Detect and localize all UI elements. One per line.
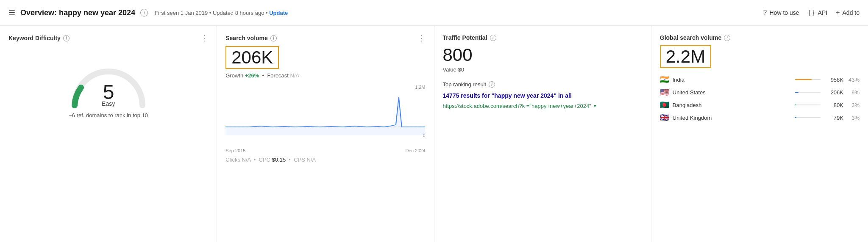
- country-pct: 9%: [847, 89, 860, 96]
- country-bar-wrap: [795, 92, 821, 93]
- sv-help-icon[interactable]: i: [270, 35, 277, 41]
- country-bar: [795, 117, 796, 118]
- country-bar: [795, 79, 812, 80]
- search-volume-card: Search volume i ⋮ 206K Growth +26% • For…: [217, 26, 434, 242]
- gsv-title: Global search volume i: [660, 34, 731, 41]
- title-info-icon[interactable]: i: [140, 9, 148, 16]
- country-flag: 🇮🇳: [660, 75, 669, 84]
- sv-value: 206K: [225, 46, 279, 69]
- global-search-volume-card: Global search volume i 2.2M 🇮🇳 India 958…: [651, 26, 868, 242]
- plus-icon: +: [836, 9, 840, 16]
- sv-footer: Clicks N/A • CPC $0.15 • CPS N/A: [225, 157, 425, 163]
- gsv-value: 2.2M: [660, 45, 711, 68]
- traffic-potential-card: Traffic Potential i 800 Value $0 Top ran…: [434, 26, 651, 242]
- country-flag: 🇧🇩: [660, 100, 669, 110]
- tp-sub: Value $0: [443, 66, 643, 73]
- sv-more-icon[interactable]: ⋮: [418, 34, 426, 42]
- country-bar: [795, 92, 798, 93]
- meta-text: First seen 1 Jan 2019 • Updated 8 hours …: [155, 10, 267, 16]
- header-meta: First seen 1 Jan 2019 • Updated 8 hours …: [155, 10, 288, 16]
- kd-card-header: Keyword Difficulty i ⋮: [8, 34, 208, 42]
- gsv-card-header: Global search volume i: [660, 34, 860, 41]
- tp-result-link[interactable]: 14775 results for "happy new year 2024" …: [443, 92, 643, 100]
- api-button[interactable]: {} API: [808, 9, 828, 16]
- sv-title: Search volume i: [225, 35, 277, 41]
- kd-gauge-wrapper: 5: [8, 46, 208, 122]
- country-flag: 🇬🇧: [660, 113, 669, 122]
- add-to-button[interactable]: + Add to: [836, 9, 860, 16]
- kd-title: Keyword Difficulty i: [8, 35, 70, 41]
- tp-card-header: Traffic Potential i: [443, 34, 643, 41]
- country-volume: 80K: [827, 102, 843, 108]
- sv-growth-row: Growth +26% • Forecast N/A: [225, 72, 425, 79]
- header: ☰ Overview: happy new year 2024 i First …: [0, 0, 868, 26]
- country-pct: 3%: [847, 115, 860, 121]
- tp-help-icon[interactable]: i: [490, 35, 496, 41]
- tp-ranking-text: Top ranking result: [443, 81, 487, 88]
- country-name: Bangladesh: [673, 102, 792, 108]
- update-link[interactable]: Update: [269, 10, 288, 16]
- tp-ranking-label: Top ranking result i: [443, 81, 643, 88]
- chart-axis-labels: Sep 2015 Dec 2024: [225, 148, 425, 153]
- menu-icon[interactable]: ☰: [8, 8, 15, 17]
- sv-forecast-value: N/A: [290, 72, 300, 79]
- how-to-use-button[interactable]: ? How to use: [763, 9, 799, 16]
- country-item: 🇧🇩 Bangladesh 80K 3%: [660, 100, 860, 110]
- api-label: API: [818, 9, 828, 16]
- kd-help-icon[interactable]: i: [63, 35, 70, 41]
- chart-top-label: 1.2M: [415, 85, 425, 90]
- chart-x-end: Dec 2024: [405, 148, 425, 153]
- country-item: 🇬🇧 United Kingdom 79K 3%: [660, 113, 860, 122]
- gsv-help-icon[interactable]: i: [724, 35, 730, 41]
- cps-label: CPS: [294, 157, 305, 163]
- country-name: United States: [673, 89, 792, 96]
- tp-url-arrow: ▼: [593, 104, 597, 108]
- api-icon: {}: [808, 9, 815, 16]
- country-volume: 958K: [827, 77, 843, 83]
- tp-title-text: Traffic Potential: [443, 34, 487, 41]
- country-bar-wrap: [795, 104, 821, 105]
- chart-x-start: Sep 2015: [225, 148, 245, 153]
- tp-url[interactable]: https://stock.adobe.com/search?k ="happy…: [443, 103, 643, 109]
- clicks-value: N/A: [242, 157, 251, 163]
- add-to-label: Add to: [843, 9, 860, 16]
- country-volume: 79K: [827, 115, 843, 121]
- country-item: 🇺🇸 United States 206K 9%: [660, 88, 860, 97]
- country-name: United Kingdom: [673, 115, 792, 121]
- main-content: Keyword Difficulty i ⋮ 5 Easy ~6 ref. do…: [0, 26, 868, 242]
- tp-url-text: https://stock.adobe.com/search?k ="happy…: [443, 103, 591, 109]
- sv-title-text: Search volume: [225, 35, 268, 41]
- country-name: India: [673, 77, 792, 83]
- tp-title: Traffic Potential i: [443, 34, 496, 41]
- sv-chart: 1.2M 0: [225, 85, 425, 144]
- kd-gauge-svg: 5: [66, 59, 151, 110]
- cps-value: N/A: [307, 157, 316, 163]
- country-volume: 206K: [827, 89, 843, 96]
- header-actions: ? How to use {} API + Add to: [763, 9, 860, 16]
- sv-chart-svg: [225, 85, 425, 135]
- sv-growth-value: +26%: [245, 72, 259, 79]
- cpc-value: $0.15: [272, 157, 286, 163]
- cpc-label: CPC: [259, 157, 270, 163]
- gsv-title-text: Global search volume: [660, 34, 722, 41]
- chart-bottom-label: 0: [423, 133, 425, 138]
- country-bar: [795, 104, 796, 105]
- country-bar-wrap: [795, 79, 821, 80]
- tp-ranking-help-icon[interactable]: i: [489, 81, 495, 88]
- how-to-use-label: How to use: [769, 9, 799, 16]
- tp-value: 800: [443, 45, 643, 65]
- country-bar-wrap: [795, 117, 821, 118]
- page-title: Overview: happy new year 2024: [20, 8, 135, 17]
- kd-title-text: Keyword Difficulty: [8, 35, 61, 41]
- svg-marker-2: [225, 97, 425, 135]
- clicks-label: Clicks: [225, 157, 240, 163]
- kd-more-icon[interactable]: ⋮: [200, 34, 208, 42]
- country-list: 🇮🇳 India 958K 43% 🇺🇸 United States 206K …: [660, 75, 860, 122]
- country-pct: 3%: [847, 102, 860, 108]
- svg-text:5: 5: [103, 81, 114, 103]
- keyword-difficulty-card: Keyword Difficulty i ⋮ 5 Easy ~6 ref. do…: [0, 26, 217, 242]
- country-item: 🇮🇳 India 958K 43%: [660, 75, 860, 84]
- sv-card-header: Search volume i ⋮: [225, 34, 425, 42]
- country-flag: 🇺🇸: [660, 88, 669, 97]
- country-pct: 43%: [847, 77, 860, 83]
